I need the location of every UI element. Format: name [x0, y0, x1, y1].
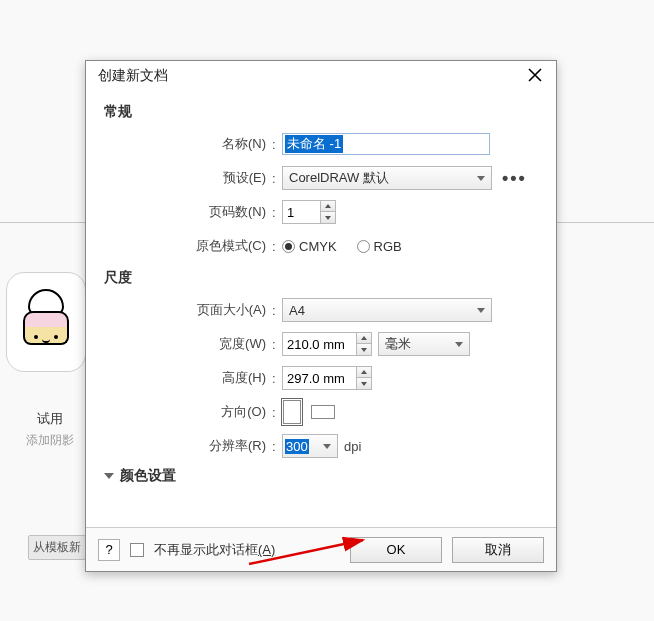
orientation-portrait[interactable] — [282, 399, 302, 425]
spinner-down-icon[interactable] — [321, 212, 335, 223]
width-spinner[interactable] — [282, 332, 372, 356]
dont-show-label: 不再显示此对话框(A) — [154, 541, 275, 559]
preset-select[interactable]: CorelDRAW 默认 — [282, 166, 492, 190]
section-color-settings[interactable]: 颜色设置 — [104, 467, 540, 485]
resolution-unit: dpi — [344, 439, 361, 454]
height-label: 高度(H) — [102, 369, 272, 387]
spinner-up-icon[interactable] — [357, 367, 371, 378]
preset-more-icon[interactable]: ••• — [498, 168, 531, 189]
new-from-template-button[interactable]: 从模板新 — [28, 535, 86, 560]
bg-template-thumb[interactable] — [6, 272, 86, 372]
name-label: 名称(N) — [102, 135, 272, 153]
pages-label: 页码数(N) — [102, 203, 272, 221]
width-input[interactable] — [282, 332, 356, 356]
spinner-down-icon[interactable] — [357, 344, 371, 355]
pages-spinner[interactable] — [282, 200, 336, 224]
radio-cmyk[interactable]: CMYK — [282, 239, 337, 254]
portrait-icon — [283, 400, 301, 424]
resolution-label: 分辨率(R) — [102, 437, 272, 455]
spinner-down-icon[interactable] — [357, 378, 371, 389]
preset-label: 预设(E) — [102, 169, 272, 187]
pages-input[interactable] — [282, 200, 320, 224]
height-input[interactable] — [282, 366, 356, 390]
section-dimensions: 尺度 — [104, 269, 540, 287]
ok-button[interactable]: OK — [350, 537, 442, 563]
width-label: 宽度(W) — [102, 335, 272, 353]
name-input[interactable]: 未命名 -1 — [282, 133, 490, 155]
cupcake-icon — [16, 287, 76, 357]
orientation-landscape[interactable] — [310, 404, 336, 420]
resolution-combo[interactable]: 300 — [282, 434, 338, 458]
dialog-titlebar[interactable]: 创建新文档 — [86, 61, 556, 91]
pagesize-select[interactable]: A4 — [282, 298, 492, 322]
dont-show-checkbox[interactable] — [130, 543, 144, 557]
chevron-down-icon — [104, 473, 114, 479]
radio-rgb[interactable]: RGB — [357, 239, 402, 254]
orientation-label: 方向(O) — [102, 403, 272, 421]
height-spinner[interactable] — [282, 366, 372, 390]
help-button[interactable]: ? — [98, 539, 120, 561]
colormode-label: 原色模式(C) — [102, 237, 272, 255]
pagesize-label: 页面大小(A) — [102, 301, 272, 319]
dialog-title: 创建新文档 — [98, 67, 168, 85]
create-new-document-dialog: 创建新文档 常规 名称(N) : 未命名 -1 预设(E) : CorelDRA… — [85, 60, 557, 572]
cancel-button[interactable]: 取消 — [452, 537, 544, 563]
dialog-footer: ? 不再显示此对话框(A) OK 取消 — [86, 527, 556, 571]
spinner-up-icon[interactable] — [357, 333, 371, 344]
section-general: 常规 — [104, 103, 540, 121]
unit-select[interactable]: 毫米 — [378, 332, 470, 356]
landscape-icon — [311, 405, 335, 419]
close-icon[interactable] — [522, 64, 548, 89]
spinner-up-icon[interactable] — [321, 201, 335, 212]
